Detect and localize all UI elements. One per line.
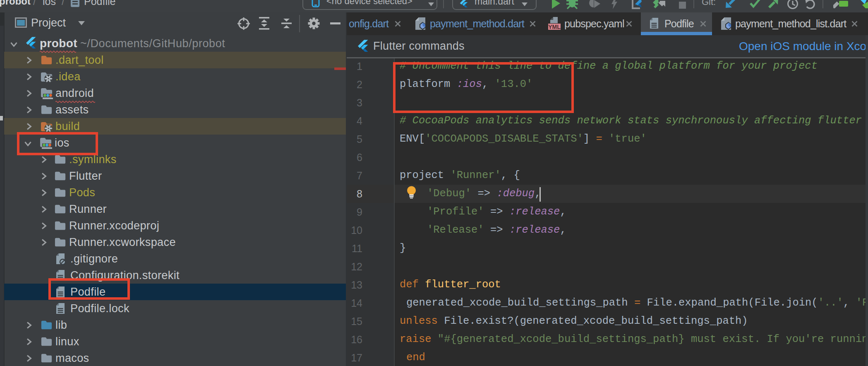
svg-text:YML: YML — [548, 24, 561, 30]
